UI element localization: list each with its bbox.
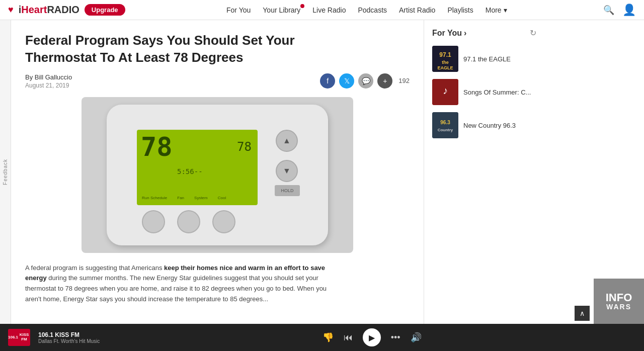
bottom-buttons bbox=[142, 210, 235, 233]
author-name: By Bill Galluccio bbox=[25, 73, 72, 81]
share-twitter-button[interactable]: 𝕏 bbox=[339, 73, 354, 89]
nav-links: For You Your Library Live Radio Podcasts… bbox=[142, 6, 591, 14]
author-info: By Bill Galluccio August 21, 2019 bbox=[25, 73, 72, 89]
search-icon[interactable]: 🔍 bbox=[603, 5, 614, 16]
player-volume-button[interactable]: 🔊 bbox=[411, 332, 422, 343]
svg-text:♪: ♪ bbox=[443, 85, 448, 96]
nav-more[interactable]: More ▾ bbox=[486, 6, 507, 14]
bottom-button-3[interactable] bbox=[212, 210, 235, 233]
share-more-button[interactable]: + bbox=[377, 73, 392, 89]
scroll-up-button[interactable]: ∧ bbox=[575, 306, 590, 321]
article-meta: By Bill Galluccio August 21, 2019 f 𝕏 💬 … bbox=[25, 73, 410, 89]
infowars-badge: INFO WARS bbox=[594, 279, 644, 324]
infowars-wars: WARS bbox=[606, 303, 631, 310]
for-you-header: For You › ↻ bbox=[432, 28, 536, 38]
refresh-button[interactable]: ↻ bbox=[530, 28, 536, 38]
station-thumb-country: 96.3 Country bbox=[432, 112, 458, 138]
feedback-label: Feedback bbox=[3, 159, 8, 185]
article-body: A federal program is suggesting that Ame… bbox=[25, 263, 327, 305]
station-name-summer: Songs Of Summer: C... bbox=[463, 89, 531, 96]
nav-right: 🔍 👤 bbox=[603, 4, 636, 17]
for-you-title[interactable]: For You › bbox=[432, 29, 466, 38]
station-name-country: New Country 96.3 bbox=[463, 122, 516, 129]
player-station-logo: 106.1 KISS FM bbox=[8, 329, 30, 346]
nav-live-radio[interactable]: Live Radio bbox=[312, 6, 346, 14]
nav-for-you[interactable]: For You bbox=[226, 6, 251, 14]
article-rest: during the summer months. The new Energy… bbox=[25, 274, 327, 303]
share-count: 192 bbox=[398, 77, 410, 84]
nav-artist-radio[interactable]: Artist Radio bbox=[399, 6, 435, 14]
share-facebook-button[interactable]: f bbox=[320, 73, 335, 89]
thermostat-graphic: 78 78 5:56-- Run Schedule Fan System Coo… bbox=[107, 105, 328, 245]
article-area: Federal Program Says You Should Set Your… bbox=[11, 20, 424, 324]
svg-text:EAGLE: EAGLE bbox=[437, 65, 453, 70]
station-item-eagle[interactable]: 97.1 the EAGLE 97.1 the EAGLE bbox=[432, 46, 536, 72]
svg-rect-6 bbox=[432, 112, 458, 138]
nav-your-library[interactable]: Your Library bbox=[263, 6, 300, 14]
temp-up-button[interactable]: ▲ bbox=[276, 130, 298, 152]
article-intro: A federal program is suggesting that Ame… bbox=[25, 264, 164, 272]
player-station-name: 106.1 KISS FM bbox=[38, 331, 100, 338]
thermostat-screen: 78 78 5:56-- Run Schedule Fan System Coo… bbox=[137, 130, 258, 205]
heart-icon: ♥ bbox=[8, 5, 14, 15]
station-name-eagle: 97.1 the EAGLE bbox=[463, 55, 511, 63]
svg-text:97.1: 97.1 bbox=[439, 51, 451, 58]
main-area: Feedback Federal Program Says You Should… bbox=[0, 20, 644, 324]
station-item-summer[interactable]: ♪ Songs Of Summer: C... bbox=[432, 79, 536, 105]
logo-text: iHeartRADIO bbox=[19, 4, 79, 16]
temp-cool-display: 78 bbox=[237, 140, 252, 154]
station-thumb-eagle: 97.1 the EAGLE bbox=[432, 46, 458, 72]
nav-playlists[interactable]: Playlists bbox=[447, 6, 473, 14]
upgrade-button[interactable]: Upgrade bbox=[85, 4, 125, 16]
hold-button[interactable]: HOLD bbox=[275, 185, 300, 196]
logo-area: ♥ iHeartRADIO Upgrade bbox=[8, 4, 125, 16]
station-thumb-summer: ♪ bbox=[432, 79, 458, 105]
player-station-sub: Dallas Ft. Worth's Hit Music bbox=[38, 338, 100, 344]
user-account-icon[interactable]: 👤 bbox=[622, 4, 636, 17]
temp-down-button[interactable]: ▼ bbox=[276, 160, 298, 182]
social-share: f 𝕏 💬 + 192 bbox=[320, 73, 410, 89]
player-menu-button[interactable]: ••• bbox=[391, 332, 400, 343]
screen-labels: Run Schedule Fan System Cool bbox=[142, 196, 226, 200]
top-navigation: ♥ iHeartRADIO Upgrade For You Your Libra… bbox=[0, 0, 644, 20]
station-item-country[interactable]: 96.3 Country New Country 96.3 bbox=[432, 112, 536, 138]
chevron-right-icon: › bbox=[464, 29, 466, 38]
svg-text:96.3: 96.3 bbox=[440, 120, 450, 125]
share-comment-button[interactable]: 💬 bbox=[358, 73, 373, 89]
player-play-button[interactable]: ▶ bbox=[363, 328, 381, 346]
bottom-button-1[interactable] bbox=[142, 210, 165, 233]
svg-text:Country: Country bbox=[438, 128, 453, 132]
feedback-sidebar[interactable]: Feedback bbox=[0, 20, 11, 324]
right-sidebar: For You › ↻ 97.1 the EAGLE 97.1 the EAGL… bbox=[424, 20, 544, 324]
bottom-player: 106.1 KISS FM 106.1 KISS FM Dallas Ft. W… bbox=[0, 324, 644, 351]
infowars-info: INFO bbox=[606, 292, 632, 303]
article-title: Federal Program Says You Should Set Your… bbox=[25, 32, 327, 66]
nav-podcasts[interactable]: Podcasts bbox=[358, 6, 387, 14]
thermostat-buttons: ▲ ▼ bbox=[276, 130, 298, 182]
player-controls: 👎 ⏮ ▶ ••• 🔊 bbox=[108, 328, 636, 346]
temp-time-display: 5:56-- bbox=[177, 167, 203, 176]
player-thumbs-down-button[interactable]: 👎 bbox=[323, 332, 334, 343]
player-skip-button[interactable]: ⏮ bbox=[344, 332, 353, 343]
article-image: 78 78 5:56-- Run Schedule Fan System Coo… bbox=[82, 97, 353, 253]
article-date: August 21, 2019 bbox=[25, 82, 72, 89]
bottom-button-2[interactable] bbox=[177, 210, 200, 233]
svg-text:the: the bbox=[442, 60, 449, 65]
player-station-info: 106.1 KISS FM Dallas Ft. Worth's Hit Mus… bbox=[38, 331, 100, 344]
